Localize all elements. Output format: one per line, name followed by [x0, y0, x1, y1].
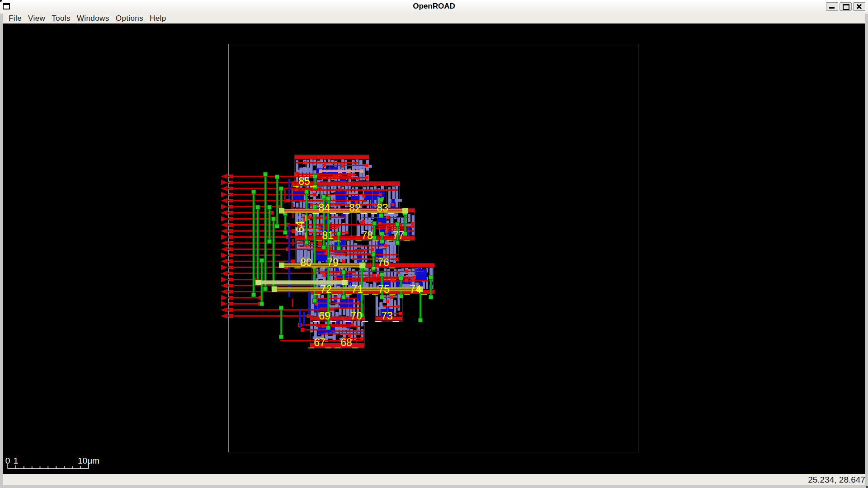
svg-text:_64_: _64_: [294, 215, 306, 239]
svg-text:_79_: _79_: [321, 257, 344, 268]
svg-text:_85_: _85_: [292, 175, 316, 187]
svg-text:_81_: _81_: [316, 230, 340, 241]
svg-text:_80_: _80_: [294, 257, 318, 268]
svg-text:_68_: _68_: [334, 337, 358, 348]
svg-text:_77_: _77_: [386, 230, 410, 241]
svg-text:10μm: 10μm: [78, 456, 99, 465]
svg-text:0: 0: [5, 456, 10, 465]
svg-text:_72_: _72_: [314, 283, 338, 295]
svg-text:1: 1: [14, 456, 19, 465]
svg-text:_78_: _78_: [355, 230, 379, 241]
svg-text:_74_: _74_: [403, 283, 427, 295]
svg-text:_83_: _83_: [370, 202, 394, 214]
svg-text:_71_: _71_: [345, 283, 369, 295]
svg-text:_84_: _84_: [312, 202, 336, 214]
svg-text:_75_: _75_: [372, 283, 396, 295]
svg-text:_73_: _73_: [375, 310, 399, 322]
svg-text:_82_: _82_: [343, 202, 367, 214]
svg-text:_70_: _70_: [344, 310, 368, 322]
svg-text:_69_: _69_: [312, 310, 336, 322]
svg-text:_67_: _67_: [307, 337, 331, 348]
svg-text:_76_: _76_: [371, 257, 395, 268]
